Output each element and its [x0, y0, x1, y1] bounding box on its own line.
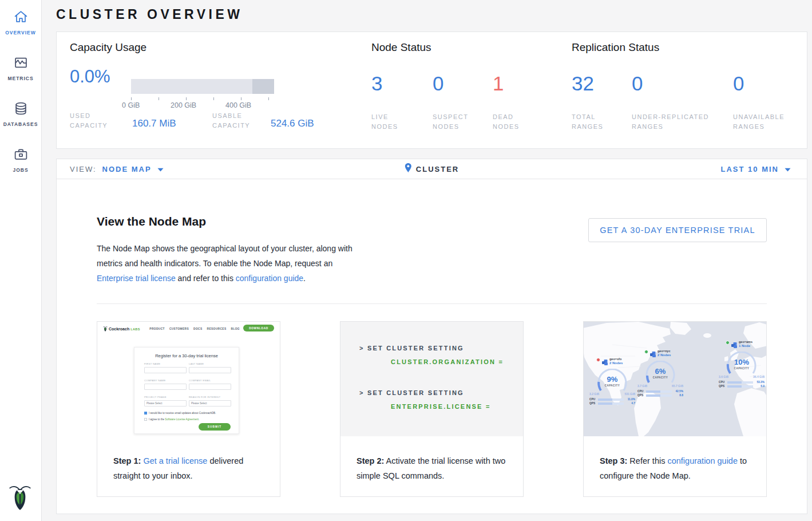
qps-label: QPS — [719, 385, 726, 388]
total-ranges-value: 32 — [572, 72, 594, 95]
step1-label: Step 1: — [113, 456, 141, 465]
chevron-down-icon — [157, 164, 164, 174]
capacity-gauge — [131, 79, 274, 94]
capacity-percent: 6% — [642, 367, 679, 376]
usable-capacity-value: 524.6 GiB — [271, 118, 314, 129]
mini-license-link: Software License Agreement. — [165, 418, 199, 421]
mini-field-project-phase: PROJECT PHASE Please Select — [144, 396, 187, 406]
enterprise-trial-button[interactable]: GET A 30-DAY ENTERPRISE TRIAL — [588, 218, 767, 242]
mini-field-last-name: LAST NAME — [189, 362, 231, 373]
locality-widget-sfo: geo=sfo 2 Nodes 9% CAPACITY 3.2 GiB 531 … — [588, 357, 636, 405]
mini-cockroach-logo: Cockroach LABS — [103, 326, 140, 332]
nodes-cubes-icon — [731, 340, 737, 350]
mini-field-input — [144, 384, 187, 390]
qps-bar — [727, 385, 753, 388]
step3-label: Step 3: — [600, 456, 627, 465]
gauge-tick — [213, 97, 214, 100]
description-text: . — [303, 274, 306, 283]
mini-submit-button: SUBMIT — [199, 423, 231, 431]
capacity-total: 65.7 GiB — [672, 384, 683, 388]
enterprise-trial-license-link[interactable]: Enterprise trial license — [97, 274, 176, 283]
mini-trial-form: Register for a 30-day trial license FIRS… — [134, 347, 239, 434]
nodes-cubes-icon — [650, 349, 656, 360]
mini-logo-suffix: LABS — [130, 327, 140, 331]
locality-header: geo=sfo 2 Nodes — [596, 357, 636, 368]
divider — [97, 303, 767, 304]
view-selector[interactable]: VIEW: NODE MAP — [70, 159, 164, 179]
page-title: CLUSTER OVERVIEW — [56, 7, 243, 22]
breadcrumb[interactable]: CLUSTER — [405, 159, 459, 179]
capacity-used: 3.2 GiB — [589, 392, 599, 396]
qps-label: QPS — [637, 394, 644, 397]
live-nodes-label: LIVE NODES — [371, 112, 417, 132]
step1-card: Cockroach LABS PRODUCT CUSTOMERS DOCS RE… — [97, 321, 280, 497]
sql-setting: CLUSTER.ORGANIZATION = — [391, 358, 504, 365]
node-status-title: Node Status — [371, 41, 431, 54]
mini-checkbox-license: I agree to the Software License Agreemen… — [144, 418, 199, 421]
dead-nodes-label: DEAD NODES — [493, 112, 538, 132]
live-nodes-value: 3 — [371, 72, 382, 95]
capacity-percent: 10% — [723, 358, 760, 366]
step3-caption: Step 3: Refer this configuration guide t… — [600, 453, 756, 483]
cpu-bar — [598, 398, 624, 401]
jobs-icon — [13, 147, 29, 164]
under-replicated-ranges-label: UNDER-REPLICATED RANGES — [632, 112, 726, 132]
capacity-used: 3.6 GiB — [719, 375, 728, 378]
locality-name: geo=nyc — [657, 349, 671, 353]
capacity-arc-gauge: 6% CAPACITY — [642, 361, 679, 384]
mini-nav-item: CUSTOMERS — [169, 327, 189, 330]
mini-checkbox-label: I agree to the Software License Agreemen… — [149, 418, 199, 421]
sidebar-item-jobs[interactable]: JOBS — [0, 147, 41, 173]
cpu-bar — [727, 381, 753, 384]
locality-node-count: 2 Nodes — [657, 353, 671, 357]
mini-nav-item: RESOURCES — [207, 327, 227, 330]
mini-field-select: Please Select — [144, 400, 187, 406]
cpu-label: CPU — [589, 398, 596, 401]
qps-bar — [598, 402, 624, 405]
mini-site-header: Cockroach LABS PRODUCT CUSTOMERS DOCS RE… — [97, 322, 280, 337]
mini-logo-text: Cockroach — [109, 327, 129, 331]
mini-field-input — [189, 367, 231, 373]
get-trial-license-link[interactable]: Get a trial license — [143, 456, 207, 465]
sidebar: OVERVIEW METRICS DATABASES JOBS — [0, 0, 42, 521]
sidebar-item-databases[interactable]: DATABASES — [0, 101, 41, 127]
mini-form-title: Register for a 30-day trial license — [134, 353, 239, 358]
gauge-tick-label: 0 GiB — [122, 101, 140, 109]
total-ranges-label: TOTAL RANGES — [572, 112, 617, 132]
mini-nav-item: BLOG — [231, 327, 240, 330]
mini-checkbox-icon — [144, 412, 147, 415]
sql-setting: ENTERPRISE.LICENSE = — [391, 403, 491, 410]
node-map-panel: View the Node Map The Node Map shows the… — [56, 179, 807, 514]
sidebar-item-label: JOBS — [0, 167, 41, 173]
configuration-guide-link[interactable]: configuration guide — [667, 456, 738, 465]
step2-caption: Step 2: Activate the trial license with … — [357, 453, 513, 483]
capacity-total: 531 GiB — [624, 392, 635, 396]
cluster-overview-page: OVERVIEW METRICS DATABASES JOBS — [0, 0, 812, 521]
panel-title: View the Node Map — [97, 215, 206, 228]
mini-field-select: Please Select — [189, 400, 231, 406]
used-capacity-value: 160.7 MiB — [132, 118, 176, 129]
panel-description: The Node Map shows the geographical layo… — [97, 241, 365, 286]
node-map-preview: geo=sfo 2 Nodes 9% CAPACITY 3.2 GiB 531 … — [584, 322, 766, 436]
mini-field-label: FIRST NAME — [144, 362, 187, 365]
gauge-tick — [159, 97, 159, 100]
gauge-tick — [186, 97, 187, 100]
configuration-guide-link[interactable]: configuration guide — [236, 274, 303, 283]
sidebar-item-metrics[interactable]: METRICS — [0, 55, 41, 81]
cpu-label: CPU — [719, 381, 726, 384]
mini-field-label: PROJECT PHASE — [144, 396, 187, 398]
cluster-summary-card: Capacity Usage 0.0% 0 GiB 200 GiB 400 Gi… — [56, 31, 807, 149]
step1-caption: Step 1: Get a trial license delivered st… — [113, 453, 270, 483]
step2-label: Step 2: — [357, 456, 384, 465]
dead-status-dot — [596, 358, 600, 362]
caption-text: Refer this — [627, 456, 667, 465]
mini-field-company-email: COMPANY EMAIL — [189, 379, 231, 390]
gauge-tick — [268, 97, 269, 100]
nodes-cubes-icon — [602, 357, 608, 368]
time-range-selector[interactable]: LAST 10 MIN — [721, 159, 791, 179]
gauge-tick-label: 400 GiB — [225, 101, 251, 109]
sidebar-item-overview[interactable]: OVERVIEW — [0, 9, 41, 35]
mini-field-reason: REASON FOR INTEREST Please Select — [189, 396, 231, 406]
mini-field-label: COMPANY NAME — [144, 379, 187, 382]
locality-widget-ams: geo=ams 1 Node 10% CAPACITY 3.6 GiB 36.4… — [718, 340, 766, 388]
